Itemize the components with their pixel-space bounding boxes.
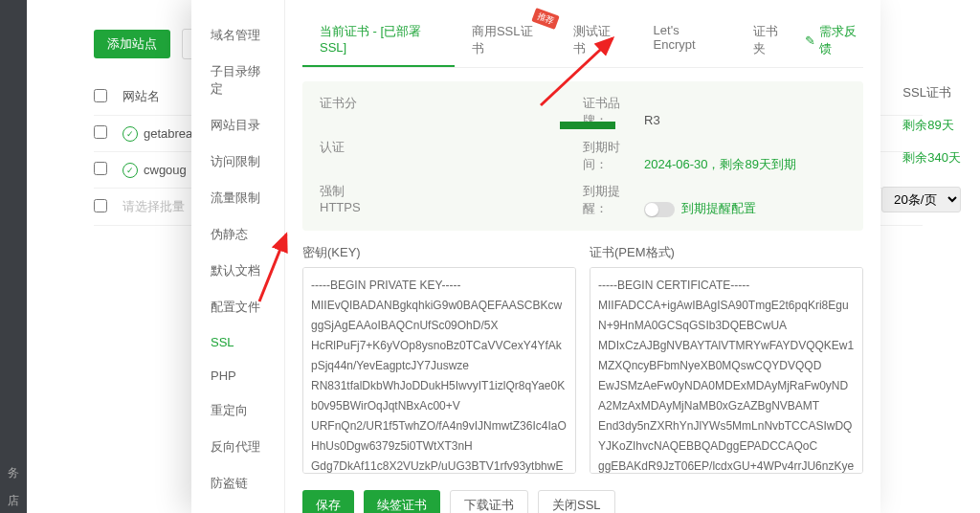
modal-side-item-9[interactable]: PHP xyxy=(191,359,284,392)
label-force-https: 强制HTTPS xyxy=(320,183,381,214)
label-cert-score: 证书分 xyxy=(320,95,381,112)
remind-config-link[interactable]: 到期提醒配置 xyxy=(681,201,756,215)
modal-sidebar: 域名管理子目录绑定网站目录访问限制流量限制伪静态默认文档配置文件SSLPHP重定… xyxy=(191,0,285,513)
modal-main: 当前证书 - [已部署SSL] 商用SSL证书推荐 测试证书 Let's Enc… xyxy=(285,0,880,513)
shield-icon: ✓ xyxy=(122,163,138,178)
row-checkbox[interactable] xyxy=(94,125,107,139)
renew-button[interactable]: 续签证书 xyxy=(364,490,440,513)
tab-cert-folder[interactable]: 证书夹 xyxy=(736,13,805,67)
key-textarea[interactable] xyxy=(302,267,576,474)
modal-side-item-8[interactable]: SSL xyxy=(191,325,284,359)
add-site-button[interactable]: 添加站点 xyxy=(94,30,170,58)
label-auth: 认证 xyxy=(320,139,381,156)
value-brand: R3 xyxy=(644,113,660,127)
tab-current-cert[interactable]: 当前证书 - [已部署SSL] xyxy=(302,13,455,67)
shield-icon: ✓ xyxy=(122,126,138,142)
nav-item[interactable]: 务 xyxy=(0,459,27,487)
site-name: cwgoug xyxy=(144,163,187,177)
remind-toggle[interactable] xyxy=(644,202,675,217)
ssl-column: SSL证书 剩余89天 剩余340天 xyxy=(902,77,961,174)
tab-lets-encrypt[interactable]: Let's Encrypt xyxy=(636,13,736,67)
label-brand: 证书品牌： xyxy=(583,95,644,129)
action-buttons: 保存 续签证书 下载证书 关闭SSL xyxy=(302,490,863,513)
modal-side-item-2[interactable]: 网站目录 xyxy=(191,107,284,144)
modal-side-item-10[interactable]: 重定向 xyxy=(191,392,284,429)
label-expiry: 到期时间： xyxy=(583,139,644,173)
label-remind: 到期提醒： xyxy=(583,183,644,217)
key-header: 密钥(KEY) xyxy=(302,244,576,261)
row-checkbox[interactable] xyxy=(94,199,107,212)
edit-icon: ✎ xyxy=(805,33,815,48)
pem-textarea[interactable] xyxy=(590,267,863,474)
disable-ssl-button[interactable]: 关闭SSL xyxy=(538,490,615,513)
pem-header: 证书(PEM格式) xyxy=(590,244,863,261)
left-nav-strip: 务 店 xyxy=(0,0,27,513)
value-expiry: 2024-06-30，剩余89天到期 xyxy=(644,157,796,171)
modal-side-item-3[interactable]: 访问限制 xyxy=(191,144,284,180)
site-settings-modal: 域名管理子目录绑定网站目录访问限制流量限制伪静态默认文档配置文件SSLPHP重定… xyxy=(191,0,880,513)
cert-textareas: 密钥(KEY) 证书(PEM格式) xyxy=(302,244,863,477)
modal-side-item-5[interactable]: 伪静态 xyxy=(191,216,284,253)
tab-test-cert[interactable]: 测试证书 xyxy=(556,13,636,67)
modal-side-item-6[interactable]: 默认文档 xyxy=(191,253,284,289)
feedback-link[interactable]: ✎需求反馈 xyxy=(805,13,863,67)
modal-side-item-11[interactable]: 反向代理 xyxy=(191,429,284,465)
tab-commercial-ssl[interactable]: 商用SSL证书推荐 xyxy=(455,13,556,67)
row-checkbox[interactable] xyxy=(94,162,107,175)
col-header: SSL证书 xyxy=(902,77,961,109)
modal-side-item-1[interactable]: 子目录绑定 xyxy=(191,54,284,107)
select-all-checkbox[interactable] xyxy=(94,89,107,102)
download-button[interactable]: 下载证书 xyxy=(450,490,528,513)
cert-info-box: 证书分 证书品牌：R3 认证 到期时间：2024-06-30，剩余89天到期 强… xyxy=(302,81,863,231)
site-name: getabrea xyxy=(144,126,192,141)
modal-side-item-0[interactable]: 域名管理 xyxy=(191,17,284,54)
ssl-remaining: 剩余340天 xyxy=(902,142,961,174)
ssl-remaining: 剩余89天 xyxy=(902,109,961,142)
ssl-tabs: 当前证书 - [已部署SSL] 商用SSL证书推荐 测试证书 Let's Enc… xyxy=(302,13,863,68)
modal-side-item-13[interactable]: 防篡改 xyxy=(191,502,284,513)
save-button[interactable]: 保存 xyxy=(302,490,354,513)
nav-item[interactable]: 店 xyxy=(0,487,27,513)
modal-side-item-7[interactable]: 配置文件 xyxy=(191,289,284,325)
modal-side-item-12[interactable]: 防盗链 xyxy=(191,465,284,502)
page-size-select[interactable]: 20条/页 xyxy=(881,187,961,212)
modal-side-item-4[interactable]: 流量限制 xyxy=(191,180,284,216)
